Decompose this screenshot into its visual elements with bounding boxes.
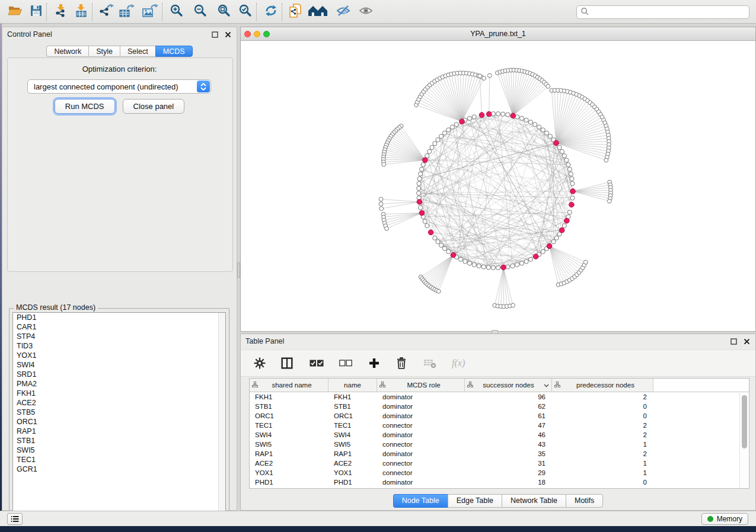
run-mcds-button[interactable]: Run MCDS (55, 99, 115, 114)
mcds-result-item[interactable]: CAR1 (13, 322, 225, 332)
mcds-result-item[interactable]: STB1 (13, 436, 225, 446)
open-button[interactable] (7, 2, 23, 21)
table-row[interactable]: ACE2ACE2connector311 (250, 459, 749, 468)
mcds-result-item[interactable]: GCR1 (13, 464, 225, 474)
cell-shared-name: RAP1 (250, 449, 328, 459)
float-panel-icon[interactable] (211, 31, 219, 39)
criterion-selected-value: largest connected component (undirected) (34, 82, 178, 91)
clone-network-button[interactable] (288, 2, 302, 21)
table-row[interactable]: SWI5SWI5connector431 (250, 440, 749, 449)
tab-style[interactable]: Style (88, 46, 120, 57)
table-row[interactable]: ORC1ORC1dominator610 (250, 411, 749, 421)
table-scrollbar[interactable] (739, 393, 748, 488)
tab-edge-table[interactable]: Edge Table (448, 494, 502, 508)
table-row[interactable]: SWI4SWI4dominator462 (250, 430, 749, 440)
add-column-button[interactable] (369, 358, 379, 368)
table-row[interactable]: PHD1PHD1dominator180 (250, 477, 749, 487)
table-row[interactable]: RAP1RAP1dominator352 (250, 449, 749, 459)
tab-motifs[interactable]: Motifs (566, 494, 603, 508)
hide-graphics-details-button[interactable] (336, 2, 351, 21)
zoom-fit-button[interactable] (217, 2, 231, 21)
close-panel-icon[interactable] (743, 338, 751, 345)
float-panel-icon[interactable] (730, 338, 738, 345)
close-window-light[interactable] (244, 31, 251, 37)
mcds-result-item[interactable]: STB5 (13, 408, 225, 417)
import-network-button[interactable] (54, 2, 68, 21)
import-table-button[interactable] (74, 2, 88, 21)
close-panel-button[interactable]: Close panel (123, 99, 185, 114)
table-row[interactable]: YOX1YOX1connector291 (250, 468, 749, 477)
refresh-button[interactable] (264, 2, 278, 21)
mcds-result-item[interactable]: STP4 (13, 332, 225, 341)
mcds-result-item[interactable]: ORC1 (13, 417, 225, 427)
memory-button[interactable]: Memory (701, 513, 748, 525)
select-all-checkboxes-button[interactable] (310, 359, 324, 367)
cell-shared-name: FKH1 (250, 392, 328, 402)
mcds-result-item[interactable]: SWI4 (13, 360, 225, 370)
mcds-result-item[interactable]: PHD1 (13, 313, 225, 322)
mcds-result-item[interactable]: TID3 (13, 341, 225, 351)
column-header-name[interactable]: name (328, 379, 377, 392)
zoom-out-button[interactable] (193, 2, 208, 21)
zoom-in-button[interactable] (170, 2, 184, 21)
memory-label: Memory (717, 515, 742, 523)
deselect-all-checkboxes-button[interactable] (339, 360, 352, 367)
mcds-result-item[interactable]: PMA2 (13, 379, 225, 389)
table-row[interactable]: FKH1FKH1dominator962 (250, 392, 749, 402)
column-header-shared-name[interactable]: shared name (250, 379, 328, 392)
mcds-result-item[interactable]: YOX1 (13, 351, 225, 360)
main-toolbar (0, 0, 756, 24)
delete-column-button[interactable] (396, 357, 407, 369)
eye-icon (358, 4, 374, 20)
export-network-button[interactable] (98, 2, 114, 21)
column-layout-button[interactable] (281, 357, 293, 369)
panel-splitter-handle[interactable] (237, 262, 240, 278)
search-box[interactable] (576, 5, 749, 19)
save-button[interactable] (30, 2, 43, 21)
table-row[interactable]: TEC1TEC1connector472 (250, 421, 749, 430)
search-input[interactable] (591, 7, 749, 18)
mcds-result-item[interactable]: SRD1 (13, 370, 225, 379)
tab-network-table[interactable]: Network Table (502, 494, 566, 508)
cell-mcds-role: connector (377, 440, 465, 449)
column-header-mcds-role[interactable]: MCDS role (377, 379, 465, 392)
tab-node-table[interactable]: Node Table (393, 494, 448, 508)
table-toolbar: f(x) (241, 350, 755, 377)
task-history-button[interactable] (7, 513, 23, 525)
tab-select[interactable]: Select (120, 46, 155, 57)
shared-column-icon (379, 382, 385, 389)
close-panel-icon[interactable] (224, 31, 232, 39)
houses-icon (307, 4, 328, 20)
zoom-window-light[interactable] (263, 31, 270, 37)
scrollbar-thumb[interactable] (742, 395, 747, 448)
minimize-window-light[interactable] (254, 31, 260, 37)
cell-predecessor-nodes: 0 (552, 411, 653, 421)
toolbar-separator (46, 3, 47, 21)
settings-button[interactable] (254, 357, 266, 369)
mcds-result-item[interactable]: ACE2 (13, 398, 225, 408)
open-folder-icon (7, 4, 23, 20)
mcds-result-item[interactable]: RAP1 (13, 427, 225, 436)
network-canvas[interactable] (241, 41, 755, 331)
cell-name: SWI5 (328, 440, 377, 449)
zoom-selected-button[interactable] (238, 2, 253, 21)
export-table-button[interactable] (119, 2, 135, 21)
control-panel: Control Panel NetworkStyleSelectMCDS Opt… (2, 27, 237, 511)
tab-network[interactable]: Network (46, 46, 88, 57)
mcds-result-item[interactable]: FKH1 (13, 389, 225, 398)
export-image-button[interactable] (142, 2, 158, 21)
cell-name: STB1 (328, 402, 377, 411)
table-row[interactable]: STB1STB1dominator620 (250, 402, 749, 411)
network-overview-button[interactable] (307, 2, 328, 21)
tab-mcds[interactable]: MCDS (155, 46, 193, 57)
network-window-titlebar[interactable]: YPA_prune.txt_1 (241, 27, 755, 41)
mcds-result-item[interactable]: SWI5 (13, 446, 225, 455)
show-graphics-details-button[interactable] (358, 2, 374, 21)
mcds-result-list[interactable]: PHD1CAR1STP4TID3YOX1SWI4SRD1PMA2FKH1ACE2… (12, 312, 226, 518)
column-label: shared name (258, 382, 326, 389)
mcds-result-item[interactable]: TEC1 (13, 455, 225, 464)
criterion-select[interactable]: largest connected component (undirected) (27, 79, 211, 94)
list-scrollbar[interactable] (218, 313, 225, 518)
column-header-successor-nodes[interactable]: successor nodes (465, 379, 552, 392)
column-header-predecessor-nodes[interactable]: predecessor nodes (552, 379, 653, 392)
